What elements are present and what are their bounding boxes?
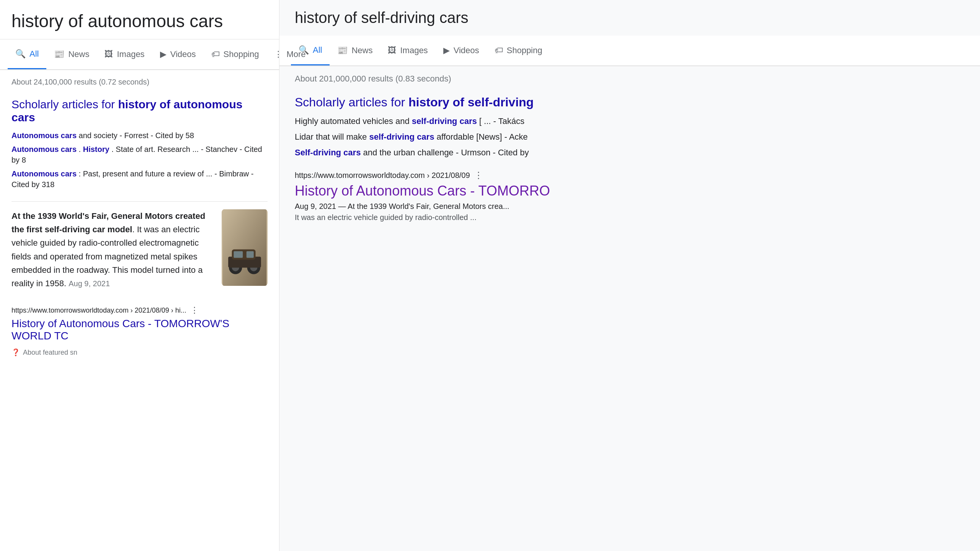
left-scholarly-title: Scholarly articles for history of autono… bbox=[11, 98, 268, 124]
left-featured-snippet: At the 1939 World's Fair, General Motors… bbox=[11, 201, 268, 298]
left-snippet-date: Aug 9, 2021 bbox=[69, 279, 110, 288]
tab-videos-left-label: Videos bbox=[170, 49, 196, 59]
tab-videos-right[interactable]: ▶ Videos bbox=[436, 36, 487, 65]
tab-shopping-left-label: Shopping bbox=[224, 49, 259, 59]
videos-icon-left: ▶ bbox=[160, 49, 167, 59]
news-icon-right: 📰 bbox=[337, 46, 348, 55]
videos-icon-right: ▶ bbox=[443, 46, 450, 55]
left-result-url-row: https://www.tomorrowsworldtoday.com › 20… bbox=[11, 305, 268, 315]
shopping-icon-right: 🏷 bbox=[495, 46, 503, 55]
right-result-meta: Aug 9, 2021 — At the 1939 World's Fair, … bbox=[295, 202, 965, 211]
tab-news-right[interactable]: 📰 News bbox=[330, 36, 380, 65]
right-search-query: history of self-driving cars bbox=[295, 9, 468, 26]
left-scholarly-item-1-bold: Autonomous cars bbox=[11, 131, 77, 140]
left-scholarly-item-2-bold2: History bbox=[83, 145, 109, 153]
right-scholarly-item-2-text2: affordable [News] - Acke bbox=[437, 132, 528, 142]
left-scholarly-item-1-text: and society - Forrest - Cited by 58 bbox=[79, 131, 194, 140]
left-content: Scholarly articles for history of autono… bbox=[0, 94, 279, 360]
right-scholarly-item-2-text1: Lidar that will make bbox=[295, 132, 369, 142]
tab-news-left[interactable]: 📰 News bbox=[46, 39, 97, 69]
right-result-url-row: https://www.tomorrowsworldtoday.com › 20… bbox=[295, 170, 965, 181]
right-tabs: 🔍 All 📰 News 🖼 Images ▶ Videos 🏷 Shoppin… bbox=[279, 36, 980, 66]
left-about-featured[interactable]: ❓ About featured sn bbox=[11, 348, 268, 357]
search-icon-right: 🔍 bbox=[299, 45, 309, 55]
right-scholarly-item-2[interactable]: Lidar that will make self-driving cars a… bbox=[295, 131, 965, 143]
right-scholarly-item-1-bold: self-driving cars bbox=[412, 116, 477, 126]
left-search-bar[interactable]: history of autonomous cars bbox=[0, 0, 279, 39]
tab-all-right-label: All bbox=[313, 45, 322, 55]
left-result-url: https://www.tomorrowsworldtoday.com › 20… bbox=[11, 306, 186, 315]
tab-shopping-left[interactable]: 🏷 Shopping bbox=[204, 39, 267, 69]
left-tabs: 🔍 All 📰 News 🖼 Images ▶ Videos 🏷 Shoppin… bbox=[0, 39, 279, 70]
tab-all-left-label: All bbox=[29, 49, 39, 59]
right-scholarly-item-1-text2: [ ... - Takács bbox=[479, 116, 524, 126]
right-scholarly-item-3-bold: Self-driving cars bbox=[295, 148, 361, 157]
right-result-meta-text: — At the 1939 World's Fair, General Moto… bbox=[338, 202, 509, 210]
right-panel: history of self-driving cars 🔍 All 📰 New… bbox=[279, 0, 980, 551]
tab-news-right-label: News bbox=[351, 46, 372, 55]
left-scholarly-prefix: Scholarly articles for bbox=[11, 98, 118, 111]
question-icon: ❓ bbox=[11, 348, 20, 357]
left-scholarly-item-2-sep: . bbox=[79, 145, 83, 153]
right-search-bar[interactable]: history of self-driving cars bbox=[279, 0, 980, 36]
right-scholarly-item-1[interactable]: Highly automated vehicles and self-drivi… bbox=[295, 116, 965, 127]
right-scholarly-item-1-text1: Highly automated vehicles and bbox=[295, 116, 412, 126]
tab-images-right[interactable]: 🖼 Images bbox=[380, 36, 435, 65]
right-result-title[interactable]: History of Autonomous Cars - TOMORRO bbox=[295, 183, 965, 199]
left-scholarly-section: Scholarly articles for history of autono… bbox=[11, 98, 268, 190]
svg-rect-9 bbox=[247, 251, 254, 258]
right-scholarly-item-2-bold: self-driving cars bbox=[369, 132, 434, 142]
left-result-title[interactable]: History of Autonomous Cars - TOMORROW'S … bbox=[11, 318, 268, 342]
right-result-snippet: It was an electric vehicle guided by rad… bbox=[295, 213, 965, 222]
images-icon-right: 🖼 bbox=[388, 46, 396, 55]
left-scholarly-item-3[interactable]: Autonomous cars : Past, present and futu… bbox=[11, 168, 268, 190]
tab-videos-left[interactable]: ▶ Videos bbox=[152, 39, 204, 69]
shopping-icon-left: 🏷 bbox=[211, 49, 220, 59]
right-scholarly-title: Scholarly articles for history of self-d… bbox=[295, 95, 965, 109]
tab-shopping-right[interactable]: 🏷 Shopping bbox=[487, 36, 550, 65]
svg-rect-1 bbox=[223, 209, 266, 286]
right-content: Scholarly articles for history of self-d… bbox=[279, 91, 980, 226]
right-results-count: About 201,000,000 results (0.83 seconds) bbox=[279, 66, 980, 91]
left-snippet-paragraph: At the 1939 World's Fair, General Motors… bbox=[11, 209, 214, 290]
left-snippet-text: At the 1939 World's Fair, General Motors… bbox=[11, 209, 214, 290]
news-icon-left: 📰 bbox=[54, 49, 64, 59]
tab-shopping-right-label: Shopping bbox=[507, 46, 542, 55]
right-scholarly-section: Scholarly articles for history of self-d… bbox=[295, 95, 965, 158]
left-scholarly-item-2-bold1: Autonomous cars bbox=[11, 145, 77, 153]
tab-all-right[interactable]: 🔍 All bbox=[291, 36, 330, 65]
left-snippet-image bbox=[222, 209, 268, 286]
tab-images-left[interactable]: 🖼 Images bbox=[97, 39, 152, 69]
tab-news-left-label: News bbox=[68, 49, 89, 59]
right-scholarly-prefix: Scholarly articles for bbox=[295, 95, 408, 109]
search-icon-left: 🔍 bbox=[15, 49, 26, 59]
tab-all-left[interactable]: 🔍 All bbox=[8, 39, 46, 69]
tab-images-left-label: Images bbox=[117, 49, 144, 59]
left-search-query: history of autonomous cars bbox=[11, 11, 223, 31]
right-scholarly-bold: history of self-driving bbox=[408, 95, 534, 109]
images-icon-left: 🖼 bbox=[105, 49, 113, 59]
tab-images-right-label: Images bbox=[400, 46, 428, 55]
right-result-options-icon[interactable]: ⋮ bbox=[474, 170, 483, 181]
tab-videos-right-label: Videos bbox=[454, 46, 479, 55]
left-panel: history of autonomous cars 🔍 All 📰 News … bbox=[0, 0, 279, 551]
left-about-text: About featured sn bbox=[23, 349, 77, 357]
left-scholarly-item-1[interactable]: Autonomous cars and society - Forrest - … bbox=[11, 130, 268, 141]
left-scholarly-item-3-bold: Autonomous cars bbox=[11, 170, 77, 178]
svg-rect-8 bbox=[234, 251, 243, 258]
right-scholarly-item-3[interactable]: Self-driving cars and the urban challeng… bbox=[295, 147, 965, 159]
right-scholarly-item-3-text: and the urban challenge - Urmson - Cited… bbox=[363, 148, 529, 157]
more-icon-left: ⋮ bbox=[274, 49, 283, 59]
left-results-count: About 24,100,000 results (0.72 seconds) bbox=[0, 70, 279, 94]
right-result-url: https://www.tomorrowsworldtoday.com › 20… bbox=[295, 171, 470, 180]
left-result-options-icon[interactable]: ⋮ bbox=[190, 305, 199, 315]
right-result-date: Aug 9, 2021 bbox=[295, 202, 336, 210]
left-scholarly-item-2[interactable]: Autonomous cars . History . State of art… bbox=[11, 144, 268, 165]
